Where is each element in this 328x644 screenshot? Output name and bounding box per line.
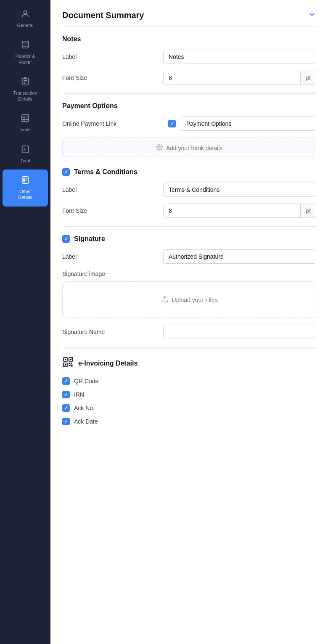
ack-date-checkbox[interactable] (62, 418, 70, 425)
online-payment-checkbox[interactable] (168, 120, 176, 127)
signature-name-input[interactable] (163, 325, 316, 339)
ack-no-checkbox[interactable] (62, 404, 70, 412)
online-payment-input[interactable] (181, 117, 316, 131)
divider-1 (62, 93, 316, 94)
svg-rect-30 (65, 364, 66, 366)
signature-label-input[interactable] (163, 249, 316, 264)
einvoicing-title: e-Invoicing Details (78, 360, 138, 367)
svg-rect-24 (65, 359, 66, 360)
terms-font-size-input[interactable] (164, 204, 300, 217)
einvoicing-ack-date-row: Ack Date (62, 418, 316, 425)
svg-rect-27 (70, 359, 72, 360)
notes-font-size-wrapper: pt (163, 71, 316, 85)
general-icon (21, 9, 30, 20)
divider-2 (62, 226, 316, 227)
signature-section-title: Signature (74, 235, 105, 243)
terms-font-size-row: Font Size pt (62, 204, 316, 218)
notes-section-title: Notes (62, 35, 316, 43)
sidebar-item-total[interactable]: £ Total (0, 139, 50, 170)
online-payment-row: Online Payment Link (62, 117, 316, 131)
upload-label: Upload your Files (172, 297, 218, 303)
svg-point-20 (159, 146, 160, 148)
signature-label-field-label: Label (62, 253, 163, 260)
terms-font-size-unit: pt (300, 204, 316, 217)
other-details-icon (21, 175, 30, 186)
sidebar-item-other-details[interactable]: OtherDetails (3, 170, 48, 207)
payment-options-section: Payment Options Online Payment Link Add … (62, 102, 316, 158)
sidebar-table-label: Table (20, 127, 31, 133)
signature-name-label: Signature Name (62, 329, 163, 335)
table-icon (21, 114, 30, 124)
main-content: Document Summary Notes Label Font Size p… (50, 0, 328, 644)
terms-label-input[interactable] (163, 183, 316, 197)
sidebar: General Header &Footer TransactionDetail… (0, 0, 50, 644)
signature-label-row: Label (62, 249, 316, 264)
svg-rect-32 (71, 363, 72, 364)
svg-rect-1 (22, 41, 29, 48)
terms-section-title: Terms & Conditions (74, 168, 138, 176)
payment-options-title: Payment Options (62, 102, 316, 110)
svg-text:£: £ (24, 147, 26, 151)
signature-section: Signature Label Signature image Upload y… (62, 235, 316, 339)
notes-font-size-unit: pt (300, 71, 316, 85)
ack-date-label: Ack Date (74, 418, 98, 425)
divider-3 (62, 347, 316, 348)
upload-icon (161, 295, 169, 304)
add-bank-details-button[interactable]: Add your bank details (62, 138, 316, 158)
terms-label-row: Label (62, 183, 316, 197)
sidebar-item-table[interactable]: Table (0, 108, 50, 138)
sidebar-item-general[interactable]: General (0, 3, 50, 34)
einvoicing-header: e-Invoicing Details (62, 356, 316, 371)
upload-area[interactable]: Upload your Files (62, 281, 316, 318)
doc-summary-header: Document Summary (62, 10, 316, 27)
sidebar-header-footer-label: Header &Footer (16, 53, 35, 65)
chevron-down-icon[interactable] (308, 10, 316, 21)
qr-code-label: QR Code (74, 378, 98, 384)
notes-label-input[interactable] (163, 50, 316, 64)
header-footer-icon (21, 40, 30, 50)
terms-font-size-wrapper: pt (163, 204, 316, 218)
transaction-details-icon (21, 77, 30, 87)
svg-rect-15 (22, 177, 29, 184)
doc-summary-title: Document Summary (62, 11, 144, 20)
notes-label-field-label: Label (62, 53, 163, 60)
sidebar-transaction-label: TransactionDetails (13, 90, 37, 102)
svg-rect-34 (71, 365, 73, 367)
terms-conditions-section: Terms & Conditions Label Font Size pt (62, 168, 316, 218)
terms-label-field-label: Label (62, 186, 163, 193)
ack-no-label: Ack No. (74, 405, 95, 411)
signature-name-row: Signature Name (62, 325, 316, 339)
terms-checkbox[interactable] (62, 168, 70, 176)
sidebar-item-header-footer[interactable]: Header &Footer (0, 34, 50, 71)
online-payment-label: Online Payment Link (62, 120, 163, 127)
notes-section: Notes Label Font Size pt (62, 35, 316, 85)
total-icon: £ (21, 145, 30, 155)
einvoicing-irn-row: IRN (62, 391, 316, 398)
signature-checkbox[interactable] (62, 235, 70, 243)
svg-rect-16 (23, 178, 25, 180)
signature-checkbox-row: Signature (62, 235, 316, 243)
svg-rect-35 (70, 364, 71, 365)
irn-checkbox[interactable] (62, 391, 70, 398)
notes-font-size-label: Font Size (62, 74, 163, 81)
terms-checkbox-row: Terms & Conditions (62, 168, 316, 176)
sidebar-general-label: General (17, 22, 33, 28)
sig-image-label: Signature image (62, 270, 316, 277)
qr-icon (62, 356, 74, 371)
sidebar-other-details-label: OtherDetails (18, 188, 32, 201)
sidebar-total-label: Total (20, 158, 30, 164)
bank-details-btn-label: Add your bank details (166, 145, 223, 151)
gear-icon (156, 144, 163, 152)
terms-font-size-label: Font Size (62, 207, 163, 214)
svg-rect-31 (69, 363, 70, 364)
notes-font-size-row: Font Size pt (62, 71, 316, 85)
sidebar-item-transaction-details[interactable]: TransactionDetails (0, 71, 50, 108)
einvoicing-qr-code-row: QR Code (62, 377, 316, 385)
qr-code-checkbox[interactable] (62, 377, 70, 385)
svg-rect-9 (22, 115, 29, 122)
notes-label-row: Label (62, 50, 316, 64)
notes-font-size-input[interactable] (164, 71, 300, 85)
svg-point-0 (24, 11, 26, 14)
einvoicing-section: e-Invoicing Details QR Code IRN Ack No. … (62, 356, 316, 425)
einvoicing-ack-no-row: Ack No. (62, 404, 316, 412)
